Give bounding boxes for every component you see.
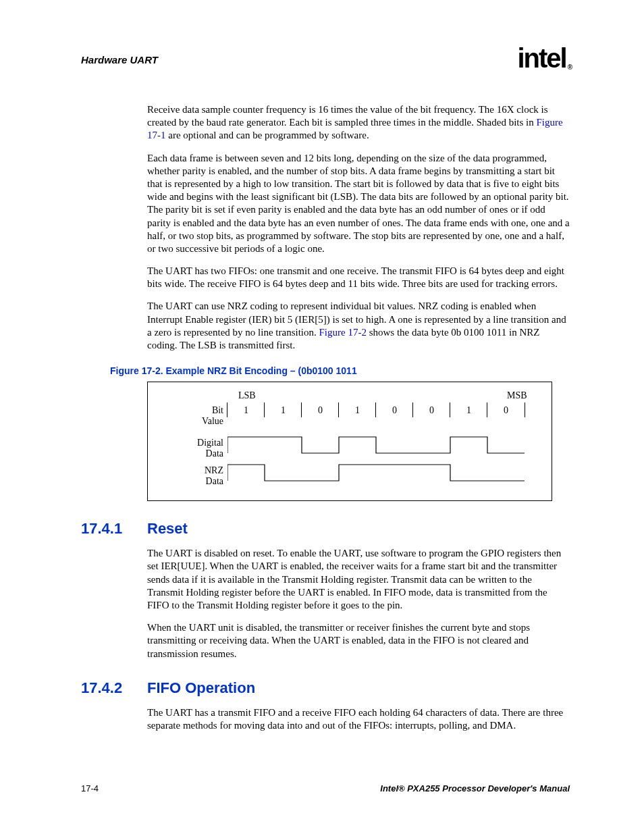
bit: 1 [466, 405, 471, 415]
section-number: 17.4.2 [81, 679, 147, 697]
bit: 0 [504, 405, 508, 415]
paragraph: The UART can use NRZ coding to represent… [147, 300, 570, 352]
paragraph: The UART is disabled on reset. To enable… [147, 547, 570, 612]
intel-logo: intel® [517, 43, 570, 74]
digital-waveform [227, 433, 545, 457]
bit-values: 1 1 0 1 0 0 1 0 [227, 405, 525, 416]
section-title-reset: Reset [147, 520, 188, 538]
paragraph: Receive data sample counter frequency is… [147, 103, 570, 142]
registered-icon: ® [568, 63, 571, 71]
figure-17-2-link[interactable]: Figure 17-2 [319, 327, 367, 338]
section-title-fifo: FIFO Operation [147, 679, 255, 697]
msb-label: MSB [507, 390, 527, 401]
text: Receive data sample counter frequency is… [147, 104, 548, 128]
bit: 1 [244, 405, 248, 415]
paragraph: The UART has a transmit FIFO and a recei… [147, 706, 570, 732]
page-number: 17-4 [81, 783, 99, 793]
running-header: Hardware UART [81, 54, 158, 66]
bit: 1 [281, 405, 286, 415]
bit: 0 [318, 405, 323, 415]
row-label-digital: Digital Data [188, 438, 223, 459]
nrz-waveform [227, 461, 545, 485]
row-label-bit: Bit Value [188, 405, 223, 426]
section-number: 17.4.1 [81, 520, 147, 538]
lsb-label: LSB [238, 390, 256, 401]
text: are optional and can be programmed by so… [166, 130, 369, 140]
logo-text: intel [517, 43, 566, 73]
bit: 1 [355, 405, 360, 415]
row-label-nrz: NRZ Data [188, 465, 223, 486]
bit: 0 [392, 405, 397, 415]
manual-title: Intel® PXA255 Processor Developer's Manu… [380, 783, 570, 793]
paragraph: Each data frame is between seven and 12 … [147, 152, 570, 256]
figure-17-2: Bit Value Digital Data NRZ Data LSB MSB … [147, 382, 552, 501]
paragraph: The UART has two FIFOs: one transmit and… [147, 265, 570, 290]
paragraph: When the UART unit is disabled, the tran… [147, 621, 570, 660]
bit: 0 [429, 405, 434, 415]
figure-caption: Figure 17-2. Example NRZ Bit Encoding – … [110, 365, 570, 376]
